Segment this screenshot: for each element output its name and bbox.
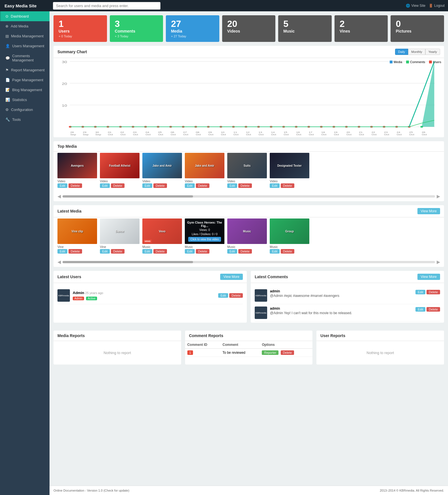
delete-user-button[interactable]: Delete bbox=[229, 293, 243, 298]
svg-text:Oct: Oct bbox=[145, 133, 151, 136]
top-media-card: Jake and Amir Video Edit Delete bbox=[142, 153, 182, 188]
sidebar-item-configuration[interactable]: ⚙ Configuration bbox=[0, 105, 50, 115]
reporter-button[interactable]: Reporter bbox=[262, 350, 278, 355]
latest-media-view-more[interactable]: View More bbox=[417, 208, 440, 214]
delete-latest-button[interactable]: Delete bbox=[153, 249, 167, 254]
top-media-scroll[interactable]: Avengers Video Edit Delete Football Athe… bbox=[53, 152, 444, 192]
comment-text-1: @Admin #epic #awesome #marvel #avengers bbox=[270, 294, 413, 298]
delete-media-button[interactable]: Delete bbox=[111, 183, 125, 188]
edit-latest-button[interactable]: Edit bbox=[227, 249, 237, 254]
thumb-label: Suits bbox=[243, 163, 252, 168]
sidebar-item-dashboard[interactable]: ⊙ Dashboard bbox=[0, 11, 50, 21]
latest-comments-view-more[interactable]: View More bbox=[417, 274, 440, 280]
edit-media-button[interactable]: Edit bbox=[185, 183, 195, 188]
sidebar-item-add-media[interactable]: ⊕ Add Media bbox=[0, 21, 50, 31]
sidebar-item-blog-management[interactable]: 📝 Blog Management bbox=[0, 85, 50, 95]
delete-comment-1[interactable]: Delete bbox=[426, 290, 440, 294]
delete-latest-button[interactable]: Delete bbox=[281, 249, 294, 254]
delete-latest-button[interactable]: Delete bbox=[238, 249, 252, 254]
edit-latest-button[interactable]: Edit bbox=[142, 249, 152, 254]
edit-latest-button[interactable]: Edit bbox=[100, 249, 110, 254]
svg-text:Oct: Oct bbox=[221, 133, 226, 136]
svg-text:18: 18 bbox=[321, 131, 325, 133]
scroll-right-arrow[interactable]: ▶ bbox=[437, 194, 440, 199]
delete-latest-button[interactable]: Delete bbox=[68, 249, 82, 254]
svg-text:11: 11 bbox=[233, 131, 237, 133]
scroll-left-arrow[interactable]: ◀ bbox=[57, 194, 61, 199]
chart-btn-monthly[interactable]: Monthly bbox=[408, 49, 425, 55]
chart-btn-daily[interactable]: Daily bbox=[395, 49, 408, 55]
chart-btn-yearly[interactable]: Yearly bbox=[425, 49, 440, 55]
latest-scroll-right[interactable]: ▶ bbox=[437, 259, 440, 265]
media-count: 27 bbox=[171, 19, 214, 28]
delete-latest-button[interactable]: Delete bbox=[196, 249, 209, 254]
svg-text:Oct: Oct bbox=[372, 133, 377, 136]
latest-media-grid: Vine clip Vine Edit Delete Dance Vine Ed… bbox=[53, 217, 444, 256]
edit-media-button[interactable]: Edit bbox=[227, 183, 237, 188]
sidebar-item-page-management[interactable]: 📄 Page Management bbox=[0, 75, 50, 85]
edit-media-button[interactable]: Edit bbox=[100, 183, 110, 188]
delete-media-button[interactable]: Delete bbox=[281, 183, 294, 188]
latest-scroll-left[interactable]: ◀ bbox=[57, 259, 61, 265]
logout-button[interactable]: 🚪 Logout bbox=[429, 4, 445, 8]
edit-comment-1[interactable]: Edit bbox=[415, 290, 425, 294]
edit-comment-2[interactable]: Edit bbox=[415, 307, 425, 312]
svg-text:Oct: Oct bbox=[346, 133, 351, 136]
edit-latest-button[interactable]: Edit bbox=[185, 249, 195, 254]
svg-text:Oct: Oct bbox=[334, 133, 339, 136]
tooltip-cta[interactable]: Click to view this video bbox=[188, 237, 221, 242]
edit-media-button[interactable]: Edit bbox=[270, 183, 280, 188]
delete-latest-button[interactable]: Delete bbox=[111, 249, 125, 254]
media-actions: Edit Delete bbox=[100, 183, 140, 188]
user-avatar: KBRmedia bbox=[57, 289, 70, 302]
badge-admin: Admin bbox=[73, 297, 84, 300]
media-thumb: Gym Class Heroes: The Fig... Views: 0 Li… bbox=[185, 218, 224, 244]
edit-latest-button[interactable]: Edit bbox=[270, 249, 280, 254]
media-actions: Edit Delete bbox=[227, 183, 267, 188]
logout-icon: 🚪 bbox=[429, 4, 433, 8]
sidebar-item-comments-management[interactable]: 💬 Comments Management bbox=[0, 51, 50, 65]
svg-text:13: 13 bbox=[259, 131, 262, 133]
delete-comment-2[interactable]: Delete bbox=[426, 307, 440, 312]
media-type: Vine bbox=[57, 245, 97, 248]
avatar-text: KBRmedia bbox=[58, 294, 69, 297]
delete-media-button[interactable]: Delete bbox=[68, 183, 82, 188]
edit-latest-button[interactable]: Edit bbox=[57, 249, 67, 254]
top-media-grid: Avengers Video Edit Delete Football Athe… bbox=[53, 152, 444, 191]
sidebar-item-statistics[interactable]: 📊 Statistics bbox=[0, 95, 50, 105]
svg-text:29: 29 bbox=[83, 131, 87, 133]
chart-title: Summary Chart bbox=[57, 50, 87, 54]
edit-media-button[interactable]: Edit bbox=[142, 183, 152, 188]
latest-media-scroll[interactable]: Vine clip Vine Edit Delete Dance Vine Ed… bbox=[53, 217, 444, 258]
videos-count: 20 bbox=[227, 19, 271, 28]
legend-comments-dot bbox=[406, 61, 409, 63]
sidebar-item-label: Report Management bbox=[11, 68, 45, 72]
view-site-button[interactable]: 🌐 View Site bbox=[406, 4, 425, 8]
search-input[interactable] bbox=[53, 2, 160, 10]
svg-text:Oct: Oct bbox=[208, 133, 213, 136]
sidebar-item-media-management[interactable]: ▤ Media Management bbox=[0, 31, 50, 41]
delete-media-button[interactable]: Delete bbox=[196, 183, 209, 188]
delete-media-button[interactable]: Delete bbox=[238, 183, 252, 188]
svg-text:Oct: Oct bbox=[133, 133, 138, 136]
delete-report-button[interactable]: Delete bbox=[281, 350, 294, 355]
svg-text:01: 01 bbox=[108, 131, 112, 133]
page-management-icon: 📄 bbox=[5, 78, 10, 82]
sidebar-item-tools[interactable]: 🔧 Tools bbox=[0, 115, 50, 125]
svg-text:21: 21 bbox=[359, 131, 363, 133]
report-id-badge: 1 bbox=[187, 350, 193, 355]
media-type: Video bbox=[227, 179, 267, 183]
media-thumb: Designated Texter bbox=[270, 153, 309, 178]
svg-text:Oct: Oct bbox=[422, 133, 427, 136]
sidebar-item-report-management[interactable]: ⚑ Report Management bbox=[0, 65, 50, 75]
logout-label: Logout bbox=[434, 4, 445, 8]
latest-media-card: Gym Class Heroes: The Fig... Views: 0 Li… bbox=[185, 218, 224, 254]
user-reports-panel: User Reports Nothing to report bbox=[316, 331, 444, 365]
edit-media-button[interactable]: Edit bbox=[57, 183, 67, 188]
edit-user-button[interactable]: Edit bbox=[218, 293, 228, 298]
delete-media-button[interactable]: Delete bbox=[153, 183, 167, 188]
sidebar-item-users-management[interactable]: 👤 Users Management bbox=[0, 41, 50, 51]
latest-users-view-more[interactable]: View More bbox=[220, 274, 243, 280]
main-content: 🌐 View Site 🚪 Logout 1 Users + 0 Today 3… bbox=[50, 0, 448, 495]
chart-area: 30 20 10 28 Sep 29 Sep 30 Sep 01 O bbox=[53, 58, 444, 137]
